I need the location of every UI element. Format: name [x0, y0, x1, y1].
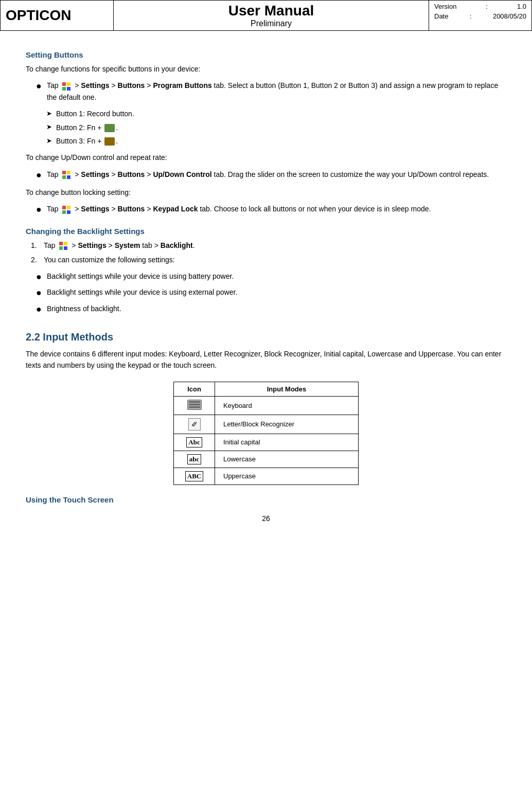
date-value: 2008/05/20 — [493, 12, 526, 20]
updown-content: Tap > Settings > Buttons > Up/Down Contr… — [47, 169, 489, 180]
bullet-item-1: ● Tap > Settings > Buttons > Program But… — [36, 80, 506, 103]
bullet-dot-3: ● — [36, 203, 42, 216]
svg-rect-3 — [67, 87, 70, 91]
arrow-item-2: ➤ Button 2: Fn + . — [46, 122, 506, 133]
svg-rect-14 — [59, 246, 63, 250]
touch-screen-heading: Using the Touch Screen — [26, 495, 506, 504]
date-label: Date — [434, 12, 448, 20]
input-modes-table: Icon Input Modes Keyboard — [173, 382, 359, 485]
setting-buttons-intro: To change functions for specific buttons… — [26, 63, 506, 75]
svg-rect-9 — [67, 206, 70, 209]
input-methods-intro: The device contains 6 different input mo… — [26, 348, 506, 371]
table-header-icon: Icon — [174, 382, 215, 396]
arrow-2-text: Button 2: Fn + . — [56, 122, 118, 133]
document-title: User Manual Preliminary — [114, 1, 429, 31]
bullet-dot-1: ● — [36, 80, 42, 93]
arrow-2: ➤ — [46, 122, 52, 133]
page-number: 26 — [26, 514, 506, 523]
header-table: OPTICON User Manual Preliminary Version … — [0, 0, 532, 31]
input-table-wrapper: Icon Input Modes Keyboard — [26, 382, 506, 485]
setting-buttons-heading: Setting Buttons — [26, 50, 506, 59]
bullet-dot-b3: ● — [36, 303, 42, 316]
title-main: User Manual — [119, 3, 423, 19]
backlight-b3-text: Brightness of backlight. — [47, 303, 121, 314]
table-cell-keyboard: Keyboard — [215, 396, 359, 415]
svg-rect-15 — [64, 246, 67, 250]
table-row: ✐ Letter/Block Recognizer — [174, 415, 359, 434]
table-cell-icon-keyboard — [174, 396, 215, 415]
svg-rect-4 — [62, 171, 66, 174]
bullet-dot-2: ● — [36, 169, 42, 182]
windows-icon-1 — [62, 82, 71, 91]
svg-rect-11 — [67, 210, 70, 214]
backlight-bullet-1: ● Backlight settings while your device i… — [36, 271, 506, 283]
version-info: Version : 1.0 Date : 2008/05/20 — [429, 1, 532, 31]
arrow-3-text: Button 3: Fn + . — [56, 135, 118, 147]
date-sep: : — [470, 12, 472, 20]
backlight-heading: Changing the Backlight Settings — [26, 227, 506, 236]
table-row: Keyboard — [174, 396, 359, 415]
table-cell-icon-recognizer: ✐ — [174, 415, 215, 434]
company-logo: OPTICON — [1, 1, 114, 31]
version-label: Version — [434, 3, 456, 10]
table-cell-icon-initial: Abc — [174, 434, 215, 451]
bullet-1-content: Tap > Settings > Buttons > Program Butto… — [47, 80, 506, 103]
backlight-b2-text: Backlight settings while your device is … — [47, 286, 237, 298]
updown-intro: To change Up/Down control and repeat rat… — [26, 152, 506, 163]
updown-bullet-item: ● Tap > Settings > Buttons > Up/Down Con… — [36, 169, 506, 182]
lock-bullet-item: ● Tap > Settings > Buttons > Keypad Lock… — [36, 203, 506, 216]
backlight-bullets: ● Backlight settings while your device i… — [36, 271, 506, 316]
svg-rect-13 — [64, 242, 67, 245]
step-num-1: 1. — [31, 240, 44, 251]
table-cell-icon-uppercase: ABC — [174, 468, 215, 485]
table-cell-initial: Initial capital — [215, 434, 359, 451]
backlight-step-2: 2. You can customize the following setti… — [31, 254, 506, 265]
arrow-item-1: ➤ Button 1: Record button. — [46, 108, 506, 119]
arrow-3: ➤ — [46, 136, 52, 147]
svg-rect-1 — [67, 82, 70, 86]
svg-rect-6 — [62, 175, 66, 179]
bullet-dot-b1: ● — [36, 271, 42, 283]
table-cell-lowercase: Lowercase — [215, 451, 359, 468]
lock-intro: To change button locking setting: — [26, 187, 506, 198]
recognizer-icon: ✐ — [188, 418, 201, 431]
windows-icon-2 — [62, 170, 71, 180]
svg-rect-0 — [62, 82, 66, 86]
table-row: ABC Uppercase — [174, 468, 359, 485]
version-sep: : — [486, 3, 488, 10]
arrow-1: ➤ — [46, 109, 52, 119]
sub-bullet-list-1: ➤ Button 1: Record button. ➤ Button 2: F… — [46, 108, 506, 147]
arrow-item-3: ➤ Button 3: Fn + . — [46, 135, 506, 147]
version-value: 1.0 — [517, 3, 526, 10]
title-sub: Preliminary — [119, 19, 423, 28]
svg-rect-7 — [67, 175, 70, 179]
windows-icon-4 — [59, 241, 68, 250]
backlight-bullet-3: ● Brightness of backlight. — [36, 303, 506, 316]
initial-capital-icon: Abc — [186, 437, 202, 447]
svg-rect-8 — [62, 206, 66, 209]
fn-icon-yellow — [104, 137, 115, 146]
updown-bullet-list: ● Tap > Settings > Buttons > Up/Down Con… — [36, 169, 506, 182]
input-methods-heading: 2.2 Input Methods — [26, 331, 506, 343]
backlight-steps: 1. Tap > Settings > System tab > Backlig… — [31, 240, 506, 266]
arrow-1-text: Button 1: Record button. — [56, 108, 134, 119]
table-row: abc Lowercase — [174, 451, 359, 468]
backlight-b1-text: Backlight settings while your device is … — [47, 271, 234, 282]
uppercase-icon: ABC — [185, 471, 203, 481]
bullet-dot-b2: ● — [36, 286, 42, 299]
page-content: Setting Buttons To change functions for … — [0, 31, 532, 538]
step-1-content: Tap > Settings > System tab > Backlight. — [44, 240, 195, 251]
backlight-bullet-2: ● Backlight settings while your device i… — [36, 286, 506, 299]
table-cell-uppercase: Uppercase — [215, 468, 359, 485]
setting-buttons-list: ● Tap > Settings > Buttons > Program But… — [36, 80, 506, 103]
table-cell-icon-lowercase: abc — [174, 451, 215, 468]
step-2-content: You can customize the following settings… — [44, 254, 175, 265]
svg-rect-5 — [67, 171, 70, 174]
step-num-2: 2. — [31, 254, 44, 265]
svg-rect-10 — [62, 210, 66, 214]
keyboard-icon — [187, 400, 202, 410]
backlight-step-1: 1. Tap > Settings > System tab > Backlig… — [31, 240, 506, 251]
table-row: Abc Initial capital — [174, 434, 359, 451]
table-header-modes: Input Modes — [215, 382, 359, 396]
svg-rect-2 — [62, 87, 66, 91]
